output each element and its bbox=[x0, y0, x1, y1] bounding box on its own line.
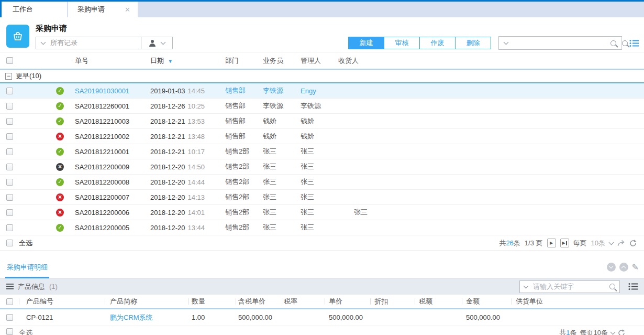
detail-refresh-icon[interactable] bbox=[618, 329, 625, 335]
cell-order-no[interactable]: SA201812210002 bbox=[71, 133, 150, 141]
header-cell-tax-amount[interactable]: 税额 bbox=[415, 295, 462, 308]
table-row[interactable]: SA2018122000082018-12-2014:44销售2部张三张三 bbox=[0, 175, 644, 190]
audit-button[interactable]: 审核 bbox=[384, 37, 420, 49]
row-checkbox[interactable] bbox=[6, 179, 13, 186]
cell-order-no[interactable]: SA201812200005 bbox=[71, 224, 150, 232]
tab-purchase-request-detail[interactable]: 采购申请明细 bbox=[5, 263, 49, 278]
header-cell-supplier[interactable]: 供货单位 bbox=[512, 295, 644, 308]
detail-select-all-footer-checkbox[interactable] bbox=[6, 328, 13, 335]
void-button[interactable]: 作废 bbox=[419, 37, 456, 49]
status-success-icon bbox=[56, 224, 64, 232]
last-page-button[interactable]: ▶ bbox=[560, 239, 569, 247]
expand-panel-icon[interactable] bbox=[619, 263, 628, 272]
cell-date: 2018-12-2610:25 bbox=[150, 102, 225, 110]
menu-bars-icon[interactable] bbox=[6, 284, 14, 289]
tab-workbench[interactable]: 工作台 bbox=[2, 2, 67, 17]
header-cell-product-name[interactable]: 产品简称 bbox=[105, 295, 188, 308]
search-box bbox=[498, 36, 622, 50]
header-cell-manager[interactable]: 管理人 bbox=[301, 56, 338, 66]
header-cell-quantity[interactable]: 数量 bbox=[188, 295, 236, 308]
page-title: 采购申请 bbox=[36, 24, 173, 34]
table-row[interactable]: SA2018122600012018-12-2610:25销售部李铁源李铁源 bbox=[0, 99, 644, 114]
table-row[interactable]: SA2018122000072018-12-2014:13销售2部张三张三 bbox=[0, 190, 644, 205]
row-checkbox[interactable] bbox=[6, 164, 13, 170]
header-cell-tax-rate[interactable]: 税率 bbox=[283, 295, 325, 308]
cell-order-no[interactable]: SA201812200007 bbox=[71, 193, 150, 201]
product-info-title: 产品信息 bbox=[18, 282, 45, 291]
search-icon[interactable] bbox=[610, 40, 616, 46]
delete-button[interactable]: 删除 bbox=[455, 37, 491, 49]
forward-arrow-icon[interactable] bbox=[617, 240, 625, 246]
edit-icon[interactable]: ✎ bbox=[632, 263, 639, 272]
cell-order-no[interactable]: SA201812210003 bbox=[71, 117, 150, 125]
cell-status bbox=[19, 163, 71, 171]
detail-table-row[interactable]: CP-0121鹏为CRM系统1.00500,000.00500,000.0050… bbox=[0, 309, 644, 326]
detail-table-header-row: 产品编号 产品简称 数量 含税单价 税率 单价 折扣 税额 金额 供货单位 bbox=[0, 295, 644, 309]
header-cell-salesman[interactable]: 业务员 bbox=[263, 56, 301, 66]
search-input[interactable] bbox=[512, 39, 606, 48]
close-tab-icon[interactable]: ✕ bbox=[125, 6, 130, 14]
per-page-chevron-icon[interactable] bbox=[609, 240, 614, 245]
record-filter-dropdown[interactable]: 所有记录 bbox=[36, 37, 141, 49]
owner-filter-dropdown[interactable] bbox=[141, 37, 172, 49]
cell-manager: 张三 bbox=[301, 192, 338, 202]
refresh-icon[interactable] bbox=[629, 240, 637, 247]
header-cell-unit-price[interactable]: 单价 bbox=[325, 295, 370, 308]
tab-purchase-request[interactable]: 采购申请 ✕ bbox=[68, 2, 138, 17]
cell-salesman: 张三 bbox=[263, 208, 301, 217]
table-row[interactable]: SA2018122100012018-12-2110:17销售2部张三张三 bbox=[0, 144, 644, 159]
row-checkbox[interactable] bbox=[6, 103, 13, 110]
row-checkbox[interactable] bbox=[6, 148, 13, 155]
header-cell-discount[interactable]: 折扣 bbox=[370, 295, 415, 308]
table-row[interactable]: SA2018122000092018-12-2014:50销售2部张三张三 bbox=[0, 159, 644, 175]
table-row[interactable]: SA2018122000052018-12-2013:44销售2部张三张三 bbox=[0, 220, 644, 235]
row-checkbox[interactable] bbox=[6, 133, 13, 140]
next-page-button[interactable]: ▶ bbox=[547, 239, 556, 247]
header-cell-product-code[interactable]: 产品编号 bbox=[19, 295, 105, 308]
table-row[interactable]: SA2018122100022018-12-2113:48销售部钱妎钱妎 bbox=[0, 129, 644, 144]
new-button[interactable]: 新建 bbox=[348, 37, 384, 49]
cell-checkbox bbox=[0, 224, 19, 231]
collapse-group-icon[interactable] bbox=[5, 73, 12, 80]
table-row[interactable]: SA2018122000062018-12-2014:01销售2部张三张三张三 bbox=[0, 205, 644, 220]
detail-select-all-checkbox[interactable] bbox=[6, 298, 13, 305]
collapse-panel-icon[interactable] bbox=[607, 263, 616, 272]
search-icon[interactable] bbox=[609, 284, 615, 289]
row-checkbox[interactable] bbox=[6, 314, 13, 321]
detail-list-view-icon[interactable] bbox=[628, 283, 638, 290]
row-checkbox[interactable] bbox=[6, 224, 13, 231]
cell-order-no[interactable]: SA201812200009 bbox=[71, 163, 150, 171]
cell-order-no[interactable]: SA201812200006 bbox=[71, 209, 150, 217]
cell-order-no[interactable]: SA201812200008 bbox=[71, 178, 150, 186]
chevron-down-icon[interactable] bbox=[504, 40, 509, 45]
cell-department: 销售2部 bbox=[225, 147, 263, 156]
select-all-footer-checkbox[interactable] bbox=[6, 240, 13, 246]
cell-product-name[interactable]: 鹏为CRM系统 bbox=[105, 313, 188, 322]
row-checkbox[interactable] bbox=[6, 88, 13, 94]
chevron-down-icon[interactable] bbox=[524, 283, 529, 288]
row-checkbox[interactable] bbox=[6, 194, 13, 201]
detail-search-input[interactable] bbox=[532, 282, 605, 291]
table-row[interactable]: SA2018122100032018-12-2113:53销售部钱妎钱妎 bbox=[0, 114, 644, 129]
advanced-search-button[interactable] bbox=[621, 37, 628, 49]
header-cell-amount[interactable]: 金额 bbox=[462, 295, 512, 308]
header-cell-date[interactable]: 日期 ▼ bbox=[150, 56, 225, 66]
group-row-earlier[interactable]: 更早(10) bbox=[0, 70, 644, 83]
header-cell-consignee[interactable]: 收货人 bbox=[338, 56, 644, 66]
cell-order-no[interactable]: SA201812210001 bbox=[71, 148, 150, 156]
cell-order-no[interactable]: SA201901030001 bbox=[71, 87, 150, 95]
select-all-checkbox[interactable] bbox=[6, 57, 13, 64]
detail-per-page-chevron-icon[interactable] bbox=[610, 330, 616, 335]
cell-manager: 钱妎 bbox=[301, 132, 338, 141]
cell-order-no[interactable]: SA201812260001 bbox=[71, 102, 150, 110]
row-checkbox[interactable] bbox=[6, 118, 13, 125]
header-cell-price-with-tax[interactable]: 含税单价 bbox=[236, 295, 283, 308]
header-cell-order-no[interactable]: 单号 bbox=[71, 56, 150, 66]
header-cell-department[interactable]: 部门 bbox=[225, 56, 263, 66]
table-row[interactable]: SA2019010300012019-01-0314:45销售部李铁源Engy bbox=[0, 83, 644, 99]
row-checkbox[interactable] bbox=[6, 209, 13, 216]
status-success-icon bbox=[56, 87, 64, 95]
cell-salesman: 李铁源 bbox=[263, 86, 301, 95]
detail-table-body: CP-0121鹏为CRM系统1.00500,000.00500,000.0050… bbox=[0, 309, 644, 326]
list-view-icon[interactable] bbox=[629, 39, 639, 47]
